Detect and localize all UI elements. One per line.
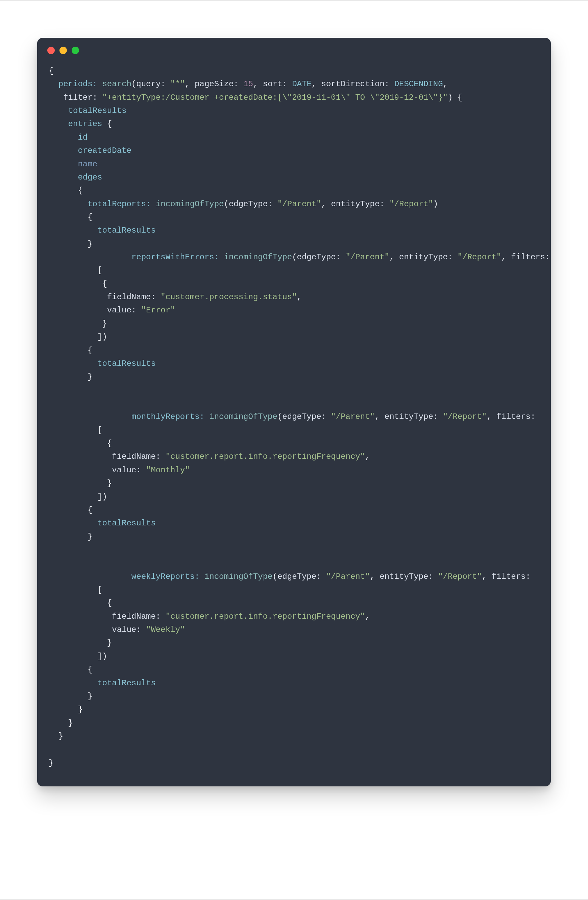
code-token: , — [487, 412, 497, 421]
code-token: name — [49, 160, 97, 169]
code-token: "/Report" — [438, 412, 487, 421]
code-token: edgeType: — [277, 572, 321, 581]
code-token: reportsWithErrors: — [49, 253, 224, 262]
code-token: , — [389, 253, 399, 262]
code-token: entityType: — [379, 572, 433, 581]
code-token: , — [482, 572, 492, 581]
code-token: { — [49, 506, 93, 515]
code-token: fieldName: — [107, 292, 156, 302]
code-token: ( — [224, 199, 229, 209]
code-token: entityType: — [331, 199, 384, 209]
code-token: totalResults — [49, 678, 156, 688]
code-token: totalReports: — [49, 199, 156, 209]
code-token: weeklyReports: — [49, 572, 204, 581]
code-token: "Monthly" — [141, 466, 190, 475]
code-token: , — [312, 79, 321, 88]
code-token: 15 — [238, 79, 253, 88]
code-token: createdDate — [49, 146, 132, 155]
code-token: "customer.processing.status" — [156, 292, 297, 302]
code-token: "/Report" — [433, 572, 482, 581]
code-token — [49, 292, 107, 302]
code-token: [ — [49, 585, 102, 594]
code-token: ) — [448, 93, 452, 102]
code-token: "*" — [166, 79, 185, 88]
code-token: } — [49, 732, 63, 741]
code-token: "/Parent" — [321, 572, 370, 581]
code-token: periods: — [49, 79, 102, 88]
code-token: { — [49, 439, 112, 448]
code-token: { — [49, 279, 107, 289]
code-token: , — [375, 412, 385, 421]
code-token: filters: — [497, 412, 535, 421]
code-token: entries — [49, 119, 107, 129]
code-token: "+entityType:/Customer +createdDate:[\"2… — [97, 93, 448, 102]
code-token: } — [49, 758, 53, 768]
code-token: incomingOfType — [156, 199, 224, 209]
code-token: } — [49, 239, 93, 248]
code-token: filters: — [492, 572, 531, 581]
code-token: } — [49, 718, 73, 728]
code-token: { — [49, 213, 93, 222]
code-token: "/Parent" — [340, 253, 389, 262]
code-token: } — [49, 319, 107, 328]
code-token: , — [365, 612, 370, 621]
code-token: { — [49, 665, 93, 674]
code-token: { — [452, 93, 462, 102]
code-token — [49, 625, 112, 634]
code-token: edgeType: — [229, 199, 273, 209]
code-token: , — [185, 79, 195, 88]
code-token — [49, 612, 112, 621]
code-token: ]) — [49, 492, 107, 501]
code-token: ( — [277, 412, 282, 421]
code-token: query: — [136, 79, 165, 88]
code-token: filters: — [511, 253, 550, 262]
code-token: { — [49, 346, 93, 355]
code-token: [ — [49, 266, 102, 275]
code-token: } — [49, 532, 93, 541]
code-token: ( — [132, 79, 136, 88]
code-token: edgeType: — [297, 253, 341, 262]
code-token: , — [321, 199, 331, 209]
code-token: pageSize: — [195, 79, 238, 88]
code-token: } — [49, 692, 93, 701]
code-token: id — [49, 133, 88, 142]
code-token: totalResults — [49, 106, 126, 115]
code-window: { periods: search(query: "*", pageSize: … — [37, 38, 551, 787]
code-token — [49, 306, 107, 315]
code-token: { — [49, 66, 53, 75]
code-token: , — [365, 452, 370, 461]
graphql-code-block: { periods: search(query: "*", pageSize: … — [37, 57, 551, 787]
code-token: DATE — [287, 79, 312, 88]
window-titlebar — [37, 38, 551, 57]
code-token: "/Parent" — [326, 412, 375, 421]
zoom-icon[interactable] — [72, 47, 79, 54]
code-token: } — [49, 638, 112, 647]
code-token: entityType: — [399, 253, 452, 262]
code-token: [ — [49, 426, 102, 435]
code-token: ]) — [49, 332, 107, 341]
code-token: { — [49, 598, 112, 608]
code-token: , — [501, 253, 511, 262]
code-token: "/Report" — [385, 199, 433, 209]
code-token: search — [102, 79, 131, 88]
close-icon[interactable] — [47, 47, 55, 54]
code-token: } — [49, 372, 93, 382]
code-token: , — [253, 79, 263, 88]
code-token: "/Parent" — [273, 199, 321, 209]
code-token: "customer.report.info.reportingFrequency… — [161, 612, 365, 621]
code-token: incomingOfType — [209, 412, 277, 421]
code-token: , — [443, 79, 448, 88]
code-token: ( — [273, 572, 277, 581]
code-token: fieldName: — [112, 452, 161, 461]
code-token: DESCENDING — [389, 79, 443, 88]
code-token: edgeType: — [282, 412, 326, 421]
code-token: value: — [112, 466, 141, 475]
code-token — [49, 452, 112, 461]
code-token: ( — [292, 253, 297, 262]
code-token: totalResults — [49, 226, 156, 235]
code-token: totalResults — [49, 518, 156, 528]
code-token: value: — [112, 625, 141, 634]
code-token: { — [49, 186, 83, 195]
minimize-icon[interactable] — [59, 47, 67, 54]
code-token: } — [49, 479, 112, 488]
